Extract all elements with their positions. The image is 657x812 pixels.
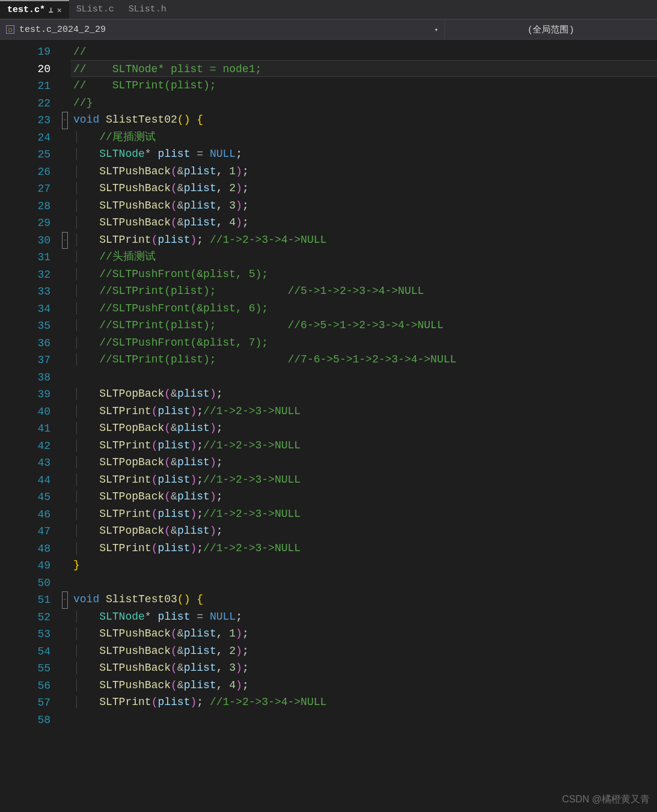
line-number: 25 [0, 146, 50, 163]
code-line[interactable]: │ SLTPushBack(&plist, 3); [71, 659, 657, 677]
code-line[interactable]: │ //SLTPushFront(&plist, 5); [71, 266, 657, 283]
code-line[interactable]: // SLTNode* plist = node1; [71, 60, 657, 78]
pin-icon[interactable]: ⟂ [49, 5, 53, 15]
code-line[interactable]: │ //SLTPushFront(&plist, 6); [71, 300, 657, 317]
line-number: 52 [0, 609, 50, 626]
line-number: 20 [0, 61, 50, 78]
line-number: 58 [0, 712, 50, 729]
code-line[interactable]: │ SLTPrint(plist);//1->2->3->NULL [71, 437, 657, 454]
code-line[interactable]: │ SLTPushBack(&plist, 4); [71, 214, 657, 231]
line-number: 57 [0, 694, 50, 712]
tab-label: test.c* [7, 5, 45, 15]
line-number: 36 [0, 335, 50, 352]
code-line[interactable]: │ //SLTPrint(plist); //7-6->5->1->2->3->… [71, 351, 657, 368]
code-editor[interactable]: 1920212223242526272829303132333435363738… [0, 40, 657, 812]
line-number: 53 [0, 626, 50, 643]
line-number: 55 [0, 660, 50, 677]
line-number: 38 [0, 369, 50, 386]
line-number: 21 [0, 78, 50, 95]
tab-slist-h[interactable]: SList.h [121, 0, 174, 19]
code-line[interactable]: │ SLTPrint(plist); //1->2->3->4->NULL [71, 694, 657, 711]
code-line[interactable]: │ SLTPopBack(&plist); [71, 385, 657, 403]
line-number: 32 [0, 266, 50, 284]
code-line[interactable]: // SLTPrint(plist); [71, 77, 657, 94]
code-line[interactable]: │ //头插测试 [71, 248, 657, 266]
code-line[interactable]: │ SLTPrint(plist); //1->2->3->4->NULL [71, 231, 657, 249]
code-line[interactable]: } [71, 557, 657, 574]
code-line[interactable]: //} [71, 94, 657, 112]
code-area[interactable]: //// SLTNode* plist = node1;// SLTPrint(… [71, 40, 657, 812]
line-number: 43 [0, 454, 50, 472]
code-line[interactable]: │ SLTPushBack(&plist, 2); [71, 643, 657, 660]
line-number: 37 [0, 352, 50, 369]
code-line[interactable]: // [71, 43, 657, 61]
line-number: 33 [0, 283, 50, 301]
line-number: 47 [0, 523, 50, 540]
line-number: 49 [0, 557, 50, 575]
nav-file-label: test.c_2024_2_29 [19, 25, 106, 35]
code-line[interactable]: │ //SLTPrint(plist); //5->1->2->3->4->NU… [71, 282, 657, 300]
line-number: 41 [0, 420, 50, 438]
line-number: 29 [0, 215, 50, 232]
line-number: 19 [0, 43, 50, 61]
tab-bar: test.c* ⟂ ✕ SList.c SList.h [0, 0, 657, 19]
code-line[interactable]: │ //SLTPrint(plist); //6->5->1->2->3->4-… [71, 317, 657, 334]
tab-slist-c[interactable]: SList.c [69, 0, 121, 19]
line-number: 48 [0, 540, 50, 558]
line-number: 24 [0, 129, 50, 147]
code-line[interactable]: │ SLTPushBack(&plist, 1); [71, 163, 657, 180]
line-number-gutter: 1920212223242526272829303132333435363738… [0, 40, 59, 812]
code-line[interactable]: │ //尾插测试 [71, 129, 657, 146]
line-number: 45 [0, 489, 50, 506]
line-number: 56 [0, 677, 50, 695]
code-line[interactable] [71, 574, 657, 591]
fold-toggle-icon[interactable]: − [62, 112, 68, 129]
line-number: 50 [0, 575, 50, 592]
code-line[interactable]: │ SLTPopBack(&plist); [71, 522, 657, 540]
line-number: 26 [0, 163, 50, 181]
chevron-down-icon: ▾ [434, 26, 438, 34]
line-number: 28 [0, 198, 50, 215]
code-line[interactable]: │ SLTPrint(plist);//1->2->3->NULL [71, 403, 657, 420]
line-number: 27 [0, 180, 50, 198]
line-number: 23 [0, 112, 50, 129]
nav-file-dropdown[interactable]: ▢ test.c_2024_2_29 ▾ [0, 20, 445, 39]
line-number: 35 [0, 317, 50, 335]
code-line[interactable]: │ SLTPrint(plist);//1->2->3->NULL [71, 540, 657, 557]
code-line[interactable]: void SlistTest02() { [71, 111, 657, 129]
code-line[interactable]: │ SLTPushBack(&plist, 3); [71, 197, 657, 215]
nav-scope-label: (全局范围) [527, 24, 574, 35]
code-line[interactable]: │ SLTPrint(plist);//1->2->3->NULL [71, 471, 657, 489]
code-line[interactable]: │ SLTPushBack(&plist, 4); [71, 677, 657, 694]
code-line[interactable]: │ //SLTPushFront(&plist, 7); [71, 334, 657, 352]
line-number: 34 [0, 301, 50, 318]
close-icon[interactable]: ✕ [57, 5, 62, 15]
line-number: 31 [0, 249, 50, 266]
line-number: 39 [0, 386, 50, 403]
code-line[interactable]: void SlistTest03() { [71, 591, 657, 608]
code-line[interactable]: │ SLTPopBack(&plist); [71, 488, 657, 505]
code-line[interactable]: │ SLTPopBack(&plist); [71, 420, 657, 437]
tab-test-c[interactable]: test.c* ⟂ ✕ [0, 0, 69, 19]
code-line[interactable]: │ SLTPushBack(&plist, 1); [71, 625, 657, 643]
file-icon: ▢ [6, 25, 14, 34]
line-number: 40 [0, 403, 50, 421]
watermark: CSDN @橘橙黄又青 [562, 793, 650, 806]
code-line[interactable]: │ SLTPushBack(&plist, 2); [71, 180, 657, 197]
nav-scope-dropdown[interactable]: (全局范围) [445, 20, 657, 39]
fold-toggle-icon[interactable]: − [62, 232, 68, 249]
line-number: 30 [0, 232, 50, 249]
code-line[interactable] [71, 368, 657, 386]
fold-toggle-icon[interactable]: − [62, 591, 68, 609]
nav-bar: ▢ test.c_2024_2_29 ▾ (全局范围) [0, 19, 657, 40]
fold-column: −−− [59, 40, 71, 812]
code-line[interactable]: │ SLTNode* plist = NULL; [71, 145, 657, 163]
line-number: 22 [0, 95, 50, 112]
tab-label: SList.h [129, 4, 167, 14]
code-line[interactable]: │ SLTPrint(plist);//1->2->3->NULL [71, 505, 657, 523]
line-number: 46 [0, 506, 50, 524]
code-line[interactable] [71, 711, 657, 728]
code-line[interactable]: │ SLTPopBack(&plist); [71, 454, 657, 471]
tab-label: SList.c [76, 4, 114, 14]
code-line[interactable]: │ SLTNode* plist = NULL; [71, 608, 657, 626]
